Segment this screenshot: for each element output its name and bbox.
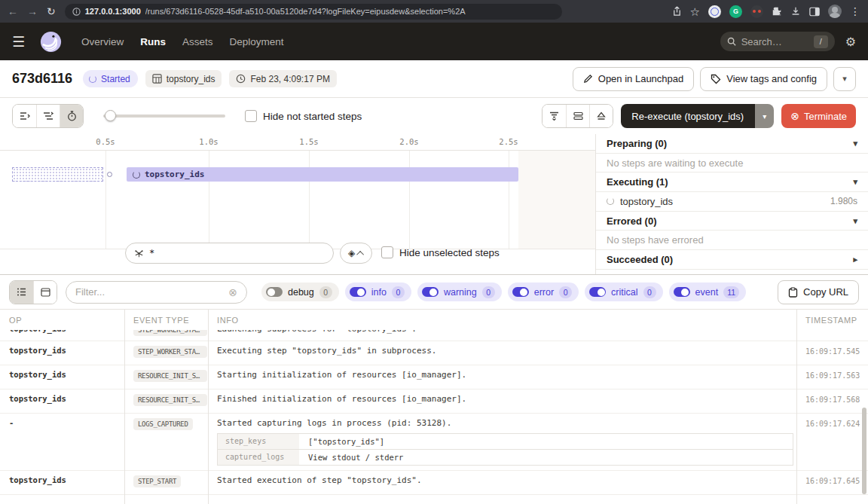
nav-deployment[interactable]: Deployment <box>230 36 284 47</box>
log-row[interactable]: topstory_ids STEP_WORKER_STARTED Executi… <box>0 341 868 365</box>
timed-view-button[interactable] <box>60 105 83 127</box>
toggle-switch[interactable] <box>266 287 283 297</box>
open-launchpad-label: Open in Launchpad <box>598 73 683 84</box>
log-level-critical[interactable]: critical 0 <box>585 283 662 301</box>
terminate-button[interactable]: ⊗ Terminate <box>781 104 856 128</box>
toggle-switch[interactable] <box>422 287 439 297</box>
toggle-switch[interactable] <box>674 287 690 297</box>
reexecute-dropdown-caret[interactable]: ▾ <box>754 104 774 128</box>
gantt-toolbar-right: Re-execute (topstory_ids) ▾ ⊗ Terminate <box>542 104 856 128</box>
view-stdout-stderr-link[interactable]: View stdout / stderr <box>299 450 793 465</box>
filter-funnel-button[interactable] <box>542 105 566 127</box>
log-structured-view-button[interactable] <box>33 281 57 304</box>
hide-not-started-checkbox[interactable]: Hide not started steps <box>245 110 362 122</box>
terminate-label: Terminate <box>804 111 847 122</box>
gantt-bar-topstory-ids[interactable]: topstory_ids <box>127 167 518 182</box>
level-label: event <box>695 287 719 298</box>
app-header: ☰ Overview Runs Assets Deployment Search… <box>0 23 868 60</box>
panel-section-errored[interactable]: Errored (0) ▾ <box>596 212 868 231</box>
log-level-info[interactable]: info 0 <box>345 283 411 301</box>
run-time-tag: Feb 23, 4:09:17 PM <box>229 70 336 87</box>
eject-button[interactable] <box>589 105 613 127</box>
grammarly-extension-icon[interactable]: G <box>729 5 742 18</box>
executing-step-row[interactable]: topstory_ids 1.980s <box>596 192 868 212</box>
browser-profile-avatar[interactable] <box>828 5 842 18</box>
nav-runs[interactable]: Runs <box>140 36 166 47</box>
log-timestamp: 16:09:17.645 <box>796 471 868 490</box>
toggle-switch[interactable] <box>350 287 366 297</box>
browser-forward-icon[interactable]: → <box>27 6 38 17</box>
log-scrollbar-thumb[interactable] <box>862 408 866 494</box>
rows-button[interactable] <box>566 105 589 127</box>
download-icon[interactable] <box>790 6 801 17</box>
nav-menu-icon[interactable]: ☰ <box>12 33 25 50</box>
settings-gear-icon[interactable]: ⚙ <box>845 35 856 49</box>
log-filter-input[interactable]: Filter... ⊗ <box>66 281 247 304</box>
open-launchpad-button[interactable]: Open in Launchpad <box>573 67 694 91</box>
step-spinner-icon <box>133 171 140 179</box>
gantt-view-mode-group <box>12 104 84 128</box>
flatten-off-button[interactable] <box>13 105 36 127</box>
copy-url-button[interactable]: Copy URL <box>778 280 859 304</box>
gridline <box>409 151 410 249</box>
flatten-on-button[interactable] <box>36 105 60 127</box>
caret-down-icon: ▾ <box>853 139 857 148</box>
nav-assets[interactable]: Assets <box>182 36 213 47</box>
address-bar[interactable]: 127.0.0.1:3000/runs/673d6116-0528-45df-a… <box>65 4 562 20</box>
log-level-debug[interactable]: debug 0 <box>261 283 339 301</box>
toggle-switch[interactable] <box>512 287 529 297</box>
level-count-badge: 0 <box>482 286 495 298</box>
job-tag[interactable]: topstory_ids <box>145 70 222 87</box>
log-row-logs-captured[interactable]: - LOGS_CAPTURED Started capturing logs i… <box>0 413 868 470</box>
more-actions-button[interactable]: ▾ <box>833 67 856 91</box>
log-row[interactable]: topstory_ids RESOURCE_INIT_SUCCESS Finis… <box>0 389 868 413</box>
checkbox-box[interactable] <box>245 110 257 122</box>
panel-section-executing[interactable]: Executing (1) ▾ <box>596 173 868 192</box>
graph-options-button[interactable]: ◈ <box>340 243 372 264</box>
event-type-badge: RESOURCE_INIT_SUCCESS <box>133 394 207 406</box>
history-extension-icon[interactable] <box>708 5 721 18</box>
reexecute-button[interactable]: Re-execute (topstory_ids) <box>621 104 754 128</box>
spinner-icon <box>89 75 96 83</box>
puzzle-extension-icon[interactable] <box>772 6 782 17</box>
browser-back-icon[interactable]: ← <box>8 6 18 17</box>
toggle-switch[interactable] <box>589 287 606 297</box>
clear-filter-icon[interactable]: ⊗ <box>228 286 237 298</box>
log-row[interactable]: topstory_ids RESOURCE_INIT_STARTED Start… <box>0 365 868 389</box>
log-level-event[interactable]: event 11 <box>669 283 747 301</box>
log-op: topstory_ids <box>0 389 124 408</box>
extension-icon[interactable] <box>750 5 763 18</box>
gantt-canvas[interactable]: topstory_ids * ◈ <box>0 151 595 274</box>
browser-reload-icon[interactable]: ↻ <box>47 6 56 17</box>
log-row[interactable]: topstory_ids STEP_START Started executio… <box>0 470 868 494</box>
dagster-logo[interactable] <box>38 29 63 54</box>
search-icon <box>727 37 736 46</box>
log-level-warning[interactable]: warning 0 <box>417 283 502 301</box>
panel-section-preparing[interactable]: Preparing (0) ▾ <box>596 134 868 154</box>
view-tags-config-button[interactable]: View tags and config <box>700 67 827 91</box>
search-input[interactable]: Search… / <box>720 32 835 51</box>
panel-section-succeeded[interactable]: Succeeded (0) ▸ <box>596 250 868 270</box>
log-level-error[interactable]: error 0 <box>508 283 579 301</box>
axis-tick: 2.5s <box>499 137 518 146</box>
zoom-slider-knob[interactable] <box>105 110 116 121</box>
nav-overview[interactable]: Overview <box>81 36 124 47</box>
gridline <box>209 151 209 249</box>
level-count-badge: 11 <box>723 286 739 298</box>
column-header-info: INFO <box>208 316 796 325</box>
site-info-icon[interactable] <box>72 8 81 16</box>
clock-icon <box>236 74 246 84</box>
chevron-up-icon <box>356 250 364 258</box>
browser-menu-icon[interactable]: ⋮ <box>850 6 860 17</box>
log-row-clipped[interactable]: topstory_ids STEP_WORKER_STARTING Launch… <box>0 330 868 341</box>
share-icon[interactable] <box>672 6 682 17</box>
zoom-slider[interactable] <box>103 110 225 122</box>
gantt-minimap-box[interactable] <box>12 167 103 182</box>
checkbox-box[interactable] <box>381 246 393 258</box>
bookmark-star-icon[interactable]: ☆ <box>690 6 700 17</box>
event-type-badge: LOGS_CAPTURED <box>133 418 193 430</box>
step-selector-input[interactable]: * <box>125 243 334 264</box>
log-list-view-button[interactable] <box>10 281 33 304</box>
hide-unselected-checkbox[interactable]: Hide unselected steps <box>381 246 500 258</box>
sidebar-icon[interactable] <box>809 7 820 17</box>
